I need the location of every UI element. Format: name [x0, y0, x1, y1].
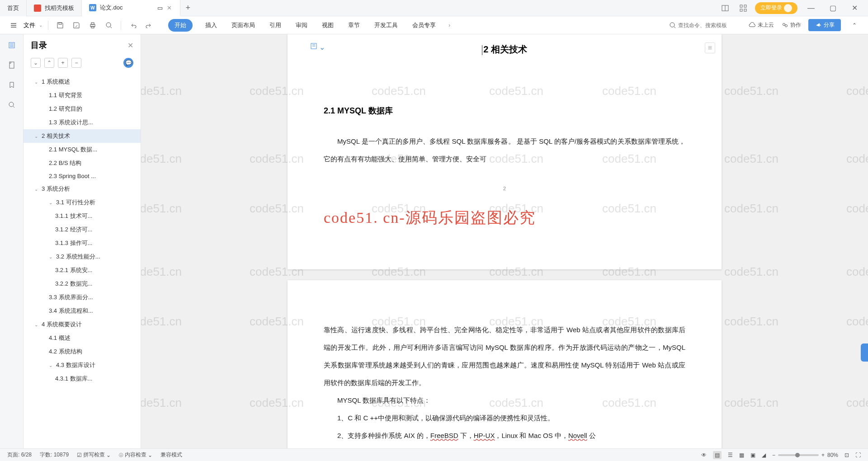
outline-item[interactable]: ⌄1 系统概述	[24, 75, 141, 89]
menu-review[interactable]: 审阅	[294, 19, 309, 32]
outline-collapse-all[interactable]: ⌄	[31, 58, 41, 68]
save-icon[interactable]	[54, 19, 66, 32]
status-view-page-icon[interactable]: ▤	[713, 451, 722, 459]
outline-list: ⌄1 系统概述1.1 研究背景1.2 研究目的1.3 系统设计思...⌄2 相关…	[24, 73, 141, 448]
file-label[interactable]: 文件	[24, 21, 35, 29]
redo-icon[interactable]	[143, 19, 156, 32]
rail-page-icon[interactable]	[6, 60, 17, 71]
status-words[interactable]: 字数: 10879	[40, 451, 69, 459]
outline-item[interactable]: 1.2 研究目的	[24, 102, 141, 116]
section-heading: 2.1 MYSQL 数据库	[324, 105, 685, 116]
outline-item[interactable]: 2.1 MYSQL 数据...	[24, 143, 141, 156]
outline-item[interactable]: 4.3.1 数据库...	[24, 372, 141, 386]
print-icon[interactable]	[86, 19, 99, 32]
save-as-icon[interactable]	[70, 19, 83, 32]
menu-start[interactable]: 开始	[168, 19, 193, 32]
outline-item[interactable]: 3.2.2 数据完...	[24, 277, 141, 291]
share-button[interactable]: 分享	[808, 19, 841, 31]
zoom-out-button[interactable]: −	[772, 452, 775, 458]
cloud-status[interactable]: 未上云	[749, 21, 774, 29]
status-highlight-icon[interactable]: ◢	[762, 452, 766, 458]
menu-reference[interactable]: 引用	[268, 19, 283, 32]
tab-template[interactable]: 找稻壳模板	[27, 0, 82, 16]
tab-close-icon[interactable]: ✕	[166, 5, 173, 11]
outline-item[interactable]: ⌄4 系统概要设计	[24, 318, 141, 331]
menu-insert[interactable]: 插入	[203, 19, 219, 32]
outline-item[interactable]: ⌄3.1 可行性分析	[24, 196, 141, 209]
status-fullscreen-icon[interactable]: ⛶	[855, 452, 861, 458]
status-page[interactable]: 页面: 6/28	[7, 451, 32, 459]
toolbar-collapse-icon[interactable]: ⌃	[848, 19, 861, 32]
close-button[interactable]: ✕	[846, 2, 863, 14]
minimize-button[interactable]: —	[803, 2, 819, 14]
cloud-icon	[749, 22, 756, 29]
right-edge-tab[interactable]	[861, 343, 868, 362]
outline-add[interactable]: +	[58, 58, 68, 68]
menu-layout[interactable]: 页面布局	[230, 19, 257, 32]
collab-button[interactable]: 协作	[781, 21, 801, 29]
outline-item[interactable]: 3.1.2 经济可...	[24, 223, 141, 236]
outline-item[interactable]: 3.1.3 操作可...	[24, 236, 141, 250]
tab-window-icon[interactable]: ▭	[157, 5, 163, 11]
paragraph-5: 2、支持多种操作系统 AIX 的，FreeBSD 下，HP-UX，Linux 和…	[324, 427, 685, 444]
status-spellcheck[interactable]: ☑ 拼写检查 ⌄	[77, 451, 111, 459]
page-options-icon[interactable]: ≡	[705, 42, 715, 53]
outline-item[interactable]: 3.4 系统流程和...	[24, 304, 141, 318]
search-box[interactable]	[669, 22, 741, 29]
outline-item[interactable]: ⌄3.2 系统性能分...	[24, 250, 141, 263]
maximize-button[interactable]: ▢	[825, 2, 841, 14]
svg-line-14	[110, 27, 112, 28]
undo-icon[interactable]	[127, 19, 139, 32]
page-header-insert-icon[interactable]: ⌄	[310, 42, 325, 52]
status-fit-icon[interactable]: ⊡	[844, 452, 849, 458]
outline-item[interactable]: 3.1.1 技术可...	[24, 209, 141, 223]
outline-item[interactable]: 2.2 B/S 结构	[24, 156, 141, 170]
search-icon	[669, 22, 676, 29]
status-compat: 兼容模式	[160, 451, 182, 459]
new-tab-button[interactable]: +	[180, 3, 196, 13]
menu-member[interactable]: 会员专享	[410, 19, 438, 32]
search-input[interactable]	[678, 22, 741, 28]
status-view-read-icon[interactable]: ▣	[750, 452, 755, 458]
outline-item[interactable]: 1.3 系统设计思...	[24, 116, 141, 129]
tab-document[interactable]: W 论文.doc ▭ ✕	[82, 0, 180, 16]
outline-expand-all[interactable]: ⌃	[44, 58, 54, 68]
menu-devtools[interactable]: 开发工具	[373, 19, 400, 32]
outline-item[interactable]: 3.2.1 系统安...	[24, 263, 141, 277]
preview-icon[interactable]	[103, 19, 115, 32]
status-content-check[interactable]: ⦾ 内容检查 ⌄	[119, 451, 152, 459]
layout-icon[interactable]	[719, 2, 731, 14]
outline-item[interactable]: ⌄3 系统分析	[24, 182, 141, 196]
rail-search-icon[interactable]	[6, 99, 17, 110]
status-eye-icon[interactable]: 👁	[701, 452, 707, 458]
outline-item[interactable]: ⌄2 相关技术	[24, 129, 141, 143]
apps-icon[interactable]	[737, 2, 750, 14]
document-area[interactable]: ⌄ ≡ 2 相关技术 2.1 MYSQL 数据库 MySQL 是一个真正的多用户…	[141, 34, 868, 448]
status-view-web-icon[interactable]: ▦	[739, 452, 744, 458]
svg-point-17	[783, 23, 785, 25]
rail-bookmark-icon[interactable]	[6, 80, 17, 90]
tab-home-label: 首页	[7, 4, 19, 12]
outline-item[interactable]: 4.2 系统结构	[24, 345, 141, 358]
zoom-slider[interactable]	[778, 454, 819, 456]
svg-rect-9	[59, 23, 61, 24]
zoom-value[interactable]: 80%	[827, 452, 838, 458]
outline-item[interactable]: 2.3 Spring Boot ...	[24, 170, 141, 182]
outline-chat-icon[interactable]: 💬	[123, 58, 133, 68]
outline-close-icon[interactable]: ✕	[127, 41, 133, 50]
login-button[interactable]: 立即登录	[755, 2, 797, 14]
outline-item[interactable]: 1.1 研究背景	[24, 89, 141, 102]
toolbar: 文件 ⌄ 开始 插入 页面布局 引用 审阅 视图 章节 开发工具 会员专享 › …	[0, 16, 868, 34]
outline-item[interactable]: 4.1 概述	[24, 331, 141, 345]
menu-chapters[interactable]: 章节	[346, 19, 362, 32]
status-view-outline-icon[interactable]: ☰	[728, 452, 733, 458]
tab-home[interactable]: 首页	[0, 0, 27, 16]
outline-item[interactable]: 3.3 系统界面分...	[24, 291, 141, 304]
menu-overflow-icon[interactable]: ›	[448, 22, 450, 28]
menu-icon[interactable]	[7, 19, 20, 32]
zoom-in-button[interactable]: +	[821, 452, 825, 458]
menu-view[interactable]: 视图	[320, 19, 335, 32]
outline-item[interactable]: ⌄4.3 数据库设计	[24, 358, 141, 372]
outline-remove[interactable]: −	[71, 58, 81, 68]
rail-outline-icon[interactable]	[6, 40, 17, 51]
